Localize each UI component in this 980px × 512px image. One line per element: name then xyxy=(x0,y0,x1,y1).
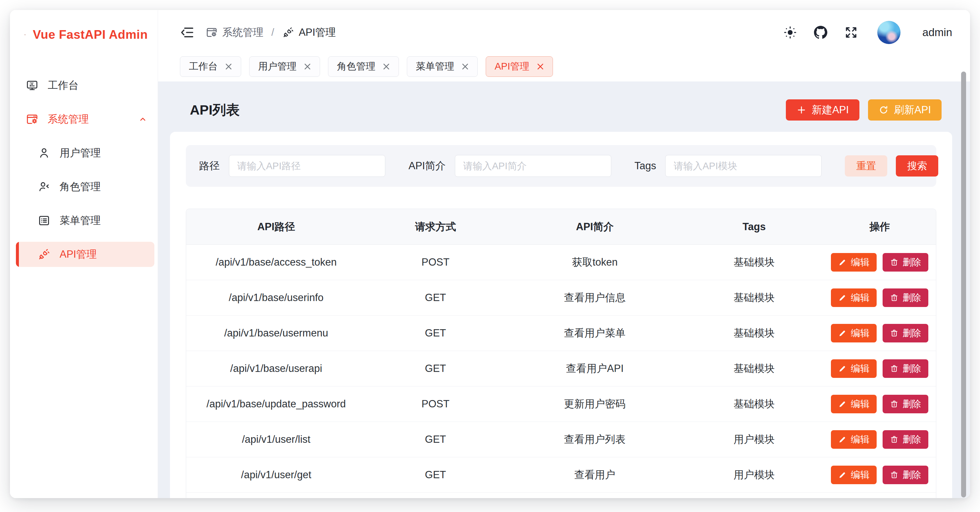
tags-cell: 用户模块 xyxy=(685,468,824,482)
table-row: /api/v1/base/userinfo GET 查看用户信息 基础模块 编辑… xyxy=(186,280,936,316)
new-api-label: 新建API xyxy=(812,103,849,117)
sidebar-item-label: 系统管理 xyxy=(48,112,89,126)
menu-list-icon xyxy=(38,214,50,227)
tab[interactable]: 工作台 xyxy=(180,56,241,77)
tags-cell: 用户模块 xyxy=(685,432,824,447)
column-header: 操作 xyxy=(824,220,936,234)
avatar[interactable] xyxy=(877,21,900,44)
sidebar-item-users[interactable]: 用户管理 xyxy=(16,140,154,165)
summary-cell: 查看用户API xyxy=(505,362,685,375)
chevron-up-icon xyxy=(138,114,148,124)
tags-cell: 基础模块 xyxy=(685,326,824,340)
sidebar-submenu: 用户管理 角色管理 菜单管理 API管理 xyxy=(10,140,158,267)
pencil-icon xyxy=(838,293,847,302)
tags-label: Tags xyxy=(635,160,656,172)
delete-button[interactable]: 删除 xyxy=(883,395,928,413)
edit-label: 编辑 xyxy=(851,398,869,410)
new-api-button[interactable]: 新建API xyxy=(786,99,859,121)
tab-label: 菜单管理 xyxy=(416,60,454,73)
delete-button[interactable]: 删除 xyxy=(883,253,928,272)
edit-label: 编辑 xyxy=(851,362,869,375)
edit-button[interactable]: 编辑 xyxy=(831,288,877,307)
system-gear-icon xyxy=(26,113,38,126)
column-header: API简介 xyxy=(505,220,685,234)
search-button[interactable]: 搜索 xyxy=(896,155,938,176)
actions-cell: 编辑 删除 xyxy=(824,359,936,378)
edit-button[interactable]: 编辑 xyxy=(831,395,877,413)
sidebar-item-label: 菜单管理 xyxy=(60,214,101,227)
pencil-icon xyxy=(838,400,847,408)
sidebar-item-menus[interactable]: 菜单管理 xyxy=(16,208,154,233)
edit-button[interactable]: 编辑 xyxy=(831,324,877,342)
tags-cell: 基础模块 xyxy=(685,255,824,269)
table-row: /api/v1/user/list GET 查看用户列表 用户模块 编辑 删除 xyxy=(186,422,936,457)
refresh-api-button[interactable]: 刷新API xyxy=(868,99,942,121)
tab[interactable]: 角色管理 xyxy=(328,56,399,77)
tab[interactable]: 用户管理 xyxy=(249,56,320,77)
api-plug-icon xyxy=(38,248,50,261)
edit-button[interactable]: 编辑 xyxy=(831,466,877,484)
trash-icon xyxy=(890,329,899,337)
delete-button[interactable]: 删除 xyxy=(883,430,928,449)
username[interactable]: admin xyxy=(922,26,952,39)
scrollbar-thumb[interactable] xyxy=(961,72,966,498)
delete-button[interactable]: 删除 xyxy=(883,324,928,342)
tags-cell: 基础模块 xyxy=(685,291,824,305)
breadcrumb-label: API管理 xyxy=(299,25,336,40)
api-path-cell: /api/v1/user/get xyxy=(186,469,366,481)
path-input[interactable] xyxy=(229,155,385,177)
column-header: Tags xyxy=(685,221,824,233)
trash-icon xyxy=(890,471,899,479)
summary-input[interactable] xyxy=(455,155,611,177)
pencil-icon xyxy=(838,471,847,479)
page-title: API列表 xyxy=(190,101,240,119)
edit-button[interactable]: 编辑 xyxy=(831,253,877,272)
trash-icon xyxy=(890,364,899,373)
tab[interactable]: 菜单管理 xyxy=(407,56,478,77)
table-row: /api/v1/base/update_password POST 更新用户密码… xyxy=(186,386,936,422)
tags-cell: 基础模块 xyxy=(685,362,824,375)
pencil-icon xyxy=(838,329,847,337)
delete-label: 删除 xyxy=(902,469,921,481)
content-header: API列表 新建API 刷新API xyxy=(170,94,952,127)
close-icon[interactable] xyxy=(304,63,311,70)
delete-button[interactable]: 删除 xyxy=(883,359,928,378)
trash-icon xyxy=(890,258,899,267)
tags-input[interactable] xyxy=(665,155,822,177)
actions-cell: 编辑 删除 xyxy=(824,466,936,484)
edit-button[interactable]: 编辑 xyxy=(831,359,877,378)
api-path-cell: /api/v1/base/userapi xyxy=(186,363,366,375)
actions-cell: 编辑 删除 xyxy=(824,395,936,413)
delete-label: 删除 xyxy=(902,433,921,446)
github-icon[interactable] xyxy=(814,25,827,40)
tab[interactable]: API管理 xyxy=(486,56,553,77)
reset-button[interactable]: 重置 xyxy=(845,155,887,176)
delete-button[interactable]: 删除 xyxy=(883,288,928,307)
trash-icon xyxy=(890,435,899,444)
close-icon[interactable] xyxy=(383,63,390,70)
api-plug-icon xyxy=(282,27,294,38)
theme-sun-icon[interactable] xyxy=(783,25,797,40)
close-icon[interactable] xyxy=(537,63,544,70)
summary-cell: 获取token xyxy=(505,255,685,269)
sidebar-item-system[interactable]: 系统管理 xyxy=(16,107,154,132)
role-user-icon xyxy=(38,180,50,193)
actions-cell: 编辑 删除 xyxy=(824,253,936,272)
sidebar-item-api[interactable]: API管理 xyxy=(16,242,154,267)
actions-cell: 编辑 删除 xyxy=(824,324,936,342)
sidebar-item-label: 角色管理 xyxy=(60,180,101,194)
edit-button[interactable]: 编辑 xyxy=(831,430,877,449)
sidebar-item-roles[interactable]: 角色管理 xyxy=(16,174,154,199)
delete-button[interactable]: 删除 xyxy=(883,466,928,484)
breadcrumb-item-system[interactable]: 系统管理 xyxy=(206,25,263,40)
close-icon[interactable] xyxy=(225,63,232,70)
filter-group-tags: Tags xyxy=(635,155,822,177)
api-path-cell: /api/v1/base/usermenu xyxy=(186,327,366,339)
close-icon[interactable] xyxy=(461,63,469,70)
fullscreen-icon[interactable] xyxy=(844,25,858,40)
filter-actions: 重置 搜索 xyxy=(845,155,938,176)
api-path-cell: /api/v1/base/userinfo xyxy=(186,292,366,304)
api-path-cell: /api/v1/base/update_password xyxy=(186,398,366,410)
sidebar-item-workbench[interactable]: 工作台 xyxy=(16,73,154,98)
collapse-sidebar-icon[interactable] xyxy=(180,25,194,40)
